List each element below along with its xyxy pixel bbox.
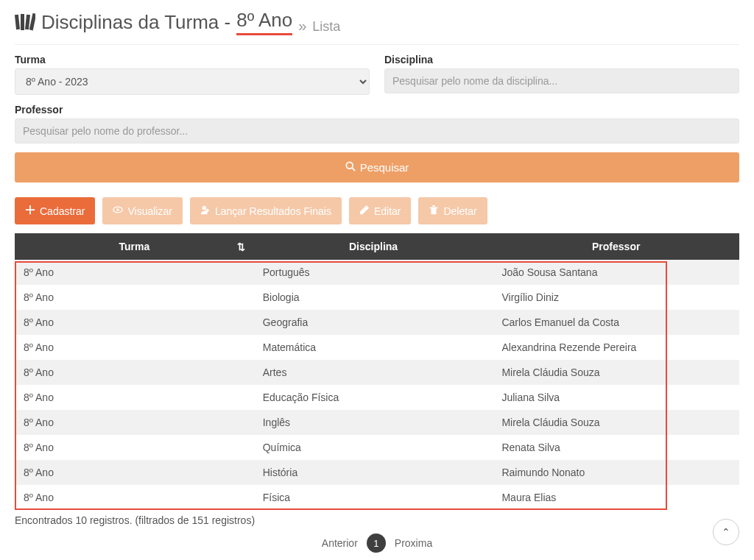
cell-professor: Virgílio Diniz [493, 285, 739, 310]
data-table: Turma⇅ Disciplina Professor 8º AnoPortug… [15, 233, 739, 510]
cell-turma: 8º Ano [15, 485, 254, 510]
chevron-up-icon: ⌃ [722, 526, 730, 538]
cell-disciplina: Inglês [254, 410, 493, 435]
deletar-button: Deletar [418, 197, 487, 224]
table-row[interactable]: 8º AnoEducação FísicaJuliana Silva [15, 385, 739, 410]
table-row[interactable]: 8º AnoInglêsMirela Cláudia Souza [15, 410, 739, 435]
disciplina-label: Disciplina [384, 54, 739, 65]
records-info: Encontrados 10 registros. (filtrados de … [15, 514, 739, 526]
cell-professor: João Sousa Santana [493, 260, 739, 285]
cell-disciplina: Artes [254, 360, 493, 385]
search-button[interactable]: Pesquisar [15, 152, 739, 182]
cell-disciplina: Matemática [254, 335, 493, 360]
cell-turma: 8º Ano [15, 385, 254, 410]
page-header: Disciplinas da Turma - 8º Ano » Lista [15, 6, 739, 45]
books-icon [15, 13, 35, 31]
visualizar-button: Visualizar [102, 197, 182, 224]
cell-professor: Mirela Cláudia Souza [493, 360, 739, 385]
svg-point-4 [346, 162, 353, 169]
turma-select[interactable]: 8º Ano - 2023 [15, 68, 370, 95]
table-row[interactable]: 8º AnoMatemáticaAlexandrina Rezende Pere… [15, 335, 739, 360]
cell-professor: Raimundo Nonato [493, 460, 739, 485]
table-row[interactable]: 8º AnoHistóriaRaimundo Nonato [15, 460, 739, 485]
cell-disciplina: Geografia [254, 310, 493, 335]
svg-rect-3 [29, 13, 35, 30]
cell-turma: 8º Ano [15, 460, 254, 485]
cell-disciplina: Português [254, 260, 493, 285]
cell-turma: 8º Ano [15, 435, 254, 460]
chevron-icon: » [298, 18, 306, 35]
title-highlight: 8º Ano [236, 9, 292, 35]
svg-point-8 [202, 206, 206, 210]
col-disciplina[interactable]: Disciplina [254, 233, 493, 260]
svg-line-5 [352, 168, 355, 171]
svg-rect-1 [21, 14, 24, 30]
disciplina-input[interactable] [384, 68, 739, 93]
table-row[interactable]: 8º AnoQuímicaRenata Silva [15, 435, 739, 460]
cell-disciplina: Física [254, 485, 493, 510]
pencil-icon [359, 205, 370, 217]
action-bar: Cadastrar Visualizar Lançar Resultados F… [15, 197, 739, 224]
col-professor[interactable]: Professor [493, 233, 739, 260]
page-number[interactable]: 1 [367, 534, 386, 553]
cell-professor: Renata Silva [493, 435, 739, 460]
trash-icon [429, 205, 439, 217]
page-title: Disciplinas da Turma - 8º Ano [15, 9, 292, 35]
cell-disciplina: Biologia [254, 285, 493, 310]
search-icon [345, 161, 356, 174]
cell-professor: Maura Elias [493, 485, 739, 510]
svg-point-7 [117, 208, 120, 211]
user-edit-icon [200, 205, 211, 217]
scroll-top-button[interactable]: ⌃ [713, 519, 739, 545]
professor-label: Professor [15, 104, 739, 116]
editar-button: Editar [349, 197, 412, 224]
plus-icon [25, 205, 35, 217]
lancar-button: Lançar Resultados Finais [190, 197, 342, 224]
table-row[interactable]: 8º AnoFísicaMaura Elias [15, 485, 739, 510]
breadcrumb: Lista [312, 19, 340, 35]
svg-rect-2 [25, 15, 30, 29]
cell-professor: Carlos Emanuel da Costa [493, 310, 739, 335]
cell-disciplina: História [254, 460, 493, 485]
pagination: Anterior 1 Proxima [15, 534, 739, 553]
table-row[interactable]: 8º AnoArtesMirela Cláudia Souza [15, 360, 739, 385]
cell-turma: 8º Ano [15, 410, 254, 435]
cell-turma: 8º Ano [15, 285, 254, 310]
professor-input[interactable] [15, 118, 739, 143]
col-turma[interactable]: Turma⇅ [15, 233, 254, 260]
next-page[interactable]: Proxima [395, 537, 432, 549]
cell-professor: Alexandrina Rezende Pereira [493, 335, 739, 360]
cadastrar-button[interactable]: Cadastrar [15, 197, 95, 224]
title-prefix: Disciplinas da Turma - [41, 11, 230, 34]
turma-label: Turma [15, 54, 370, 65]
table-row[interactable]: 8º AnoPortuguêsJoão Sousa Santana [15, 260, 739, 285]
svg-rect-0 [15, 15, 20, 29]
cell-turma: 8º Ano [15, 335, 254, 360]
cell-disciplina: Educação Física [254, 385, 493, 410]
cell-professor: Juliana Silva [493, 385, 739, 410]
prev-page[interactable]: Anterior [322, 537, 358, 549]
cell-professor: Mirela Cláudia Souza [493, 410, 739, 435]
table-row[interactable]: 8º AnoBiologiaVirgílio Diniz [15, 285, 739, 310]
eye-icon [113, 205, 123, 217]
sort-icon: ⇅ [237, 241, 245, 252]
search-button-label: Pesquisar [360, 161, 409, 174]
cell-turma: 8º Ano [15, 310, 254, 335]
cell-turma: 8º Ano [15, 360, 254, 385]
table-row[interactable]: 8º AnoGeografiaCarlos Emanuel da Costa [15, 310, 739, 335]
cell-disciplina: Química [254, 435, 493, 460]
cell-turma: 8º Ano [15, 260, 254, 285]
